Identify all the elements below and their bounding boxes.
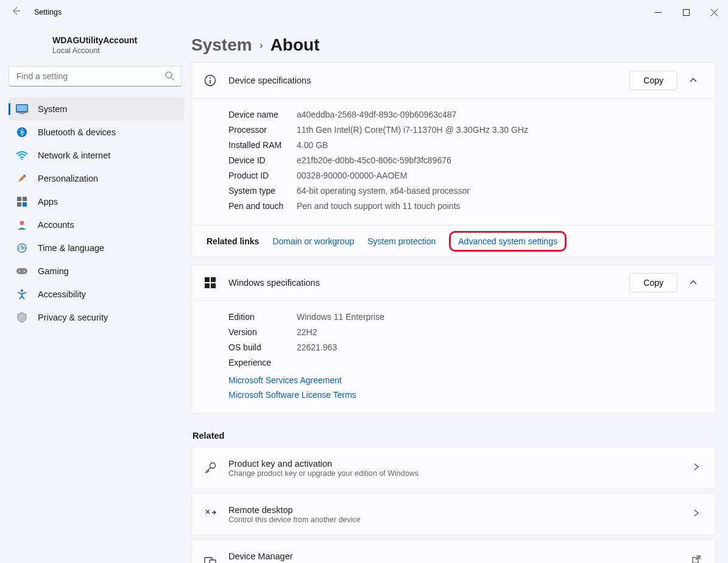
link-domain-workgroup[interactable]: Domain or workgroup <box>272 236 354 246</box>
related-sub: Change product key or upgrade your editi… <box>228 469 692 478</box>
nav-label: Apps <box>38 197 58 207</box>
spec-label: Version <box>228 325 297 340</box>
nav-item-accounts[interactable]: Accounts <box>9 213 184 236</box>
bluetooth-icon <box>16 126 28 138</box>
nav-label: System <box>38 104 67 114</box>
spec-value: 64-bit operating system, x64-based proce… <box>297 183 470 199</box>
chevron-right-icon: › <box>260 39 263 52</box>
nav-label: Bluetooth & devices <box>38 127 116 137</box>
spec-label: Processor <box>228 122 297 138</box>
copy-button[interactable]: Copy <box>629 71 677 90</box>
svg-point-13 <box>19 271 20 272</box>
window-title: Settings <box>34 8 62 16</box>
nav-list: System Bluetooth & devices Network & int… <box>9 97 184 329</box>
breadcrumb: System › About <box>191 35 716 55</box>
accessibility-icon <box>16 288 28 300</box>
svg-point-5 <box>21 158 23 160</box>
nav-item-system[interactable]: System <box>9 97 184 121</box>
svg-rect-0 <box>683 9 689 15</box>
svg-rect-9 <box>23 202 27 207</box>
windows-icon <box>203 275 217 290</box>
minimize-button[interactable] <box>644 2 672 22</box>
nav-item-gaming[interactable]: Gaming <box>9 260 184 283</box>
device-specifications-card: Device specifications Copy Device namea4… <box>191 62 716 257</box>
nav-label: Privacy & security <box>38 313 108 322</box>
nav-item-accessibility[interactable]: Accessibility <box>9 283 184 306</box>
search-icon <box>164 71 174 83</box>
nav-label: Gaming <box>38 266 69 276</box>
spec-value: 11th Gen Intel(R) Core(TM) i7-11370H @ 3… <box>297 122 528 138</box>
svg-point-14 <box>24 271 25 272</box>
wifi-icon <box>16 149 28 161</box>
nav-item-bluetooth[interactable]: Bluetooth & devices <box>9 121 184 144</box>
related-title: Device Manager <box>228 551 692 561</box>
svg-rect-18 <box>205 277 210 282</box>
spec-label: Edition <box>228 310 297 325</box>
link-ms-services-agreement[interactable]: Microsoft Services Agreement <box>228 373 701 388</box>
nav-item-personalization[interactable]: Personalization <box>9 167 184 190</box>
link-advanced-system-settings[interactable]: Advanced system settings <box>458 236 557 246</box>
spec-label: Experience <box>228 355 297 370</box>
spec-label: OS build <box>228 340 297 355</box>
spec-value: e21fb20e-d0bb-45c0-806c-59bf3fc89676 <box>297 153 451 168</box>
svg-rect-19 <box>211 277 216 282</box>
spec-value: a40eddba-2568-49df-893c-09b60963c487 <box>297 107 456 122</box>
person-icon <box>16 219 28 231</box>
card-header: Device specifications Copy <box>192 63 715 98</box>
related-card-device-manager[interactable]: Device Manager Printer and other drivers… <box>191 539 716 563</box>
system-icon <box>16 103 28 115</box>
maximize-button[interactable] <box>672 2 700 22</box>
related-card-activation[interactable]: Product key and activation Change produc… <box>191 447 716 489</box>
account-block[interactable]: WDAGUtilityAccount Local Account <box>9 30 184 66</box>
link-ms-license-terms[interactable]: Microsoft Software License Terms <box>228 388 701 402</box>
search-wrapper <box>9 66 182 87</box>
page-title: About <box>270 35 320 55</box>
chevron-right-icon <box>692 509 701 520</box>
svg-rect-21 <box>211 283 216 288</box>
related-card-remote-desktop[interactable]: Remote desktop Control this device from … <box>191 493 716 536</box>
svg-rect-8 <box>17 202 21 207</box>
svg-point-1 <box>166 72 172 78</box>
close-button[interactable] <box>700 2 728 22</box>
spec-label: Pen and touch <box>228 199 297 214</box>
nav-label: Personalization <box>38 174 98 183</box>
svg-rect-12 <box>16 268 27 274</box>
svg-rect-3 <box>17 105 27 112</box>
info-icon <box>203 73 217 88</box>
card-header: Windows specifications Copy <box>192 265 715 300</box>
related-links-row: Related links Domain or workgroup System… <box>192 225 715 257</box>
titlebar: Settings <box>0 0 728 24</box>
svg-rect-7 <box>23 197 27 201</box>
remote-icon <box>203 507 217 522</box>
svg-point-17 <box>210 77 211 79</box>
nav-label: Accessibility <box>38 289 86 299</box>
nav-item-privacy[interactable]: Privacy & security <box>9 306 184 329</box>
spec-value: 00328-90000-00000-AAOEM <box>297 168 407 183</box>
spec-value: Pen and touch support with 11 touch poin… <box>297 199 461 214</box>
related-sub: Control this device from another device <box>228 515 692 524</box>
windows-spec-title: Windows specifications <box>228 278 629 288</box>
nav-item-network[interactable]: Network & internet <box>9 144 184 167</box>
key-icon <box>203 461 217 475</box>
shield-icon <box>16 311 28 324</box>
spec-value: Windows 11 Enterprise <box>297 310 384 325</box>
nav-item-apps[interactable]: Apps <box>9 190 184 213</box>
back-button[interactable] <box>10 6 22 18</box>
collapse-button[interactable] <box>686 275 701 290</box>
breadcrumb-parent[interactable]: System <box>191 35 252 55</box>
link-system-protection[interactable]: System protection <box>367 236 436 246</box>
copy-button[interactable]: Copy <box>629 273 677 292</box>
collapse-button[interactable] <box>686 73 701 88</box>
device-spec-body: Device namea40eddba-2568-49df-893c-09b60… <box>192 98 715 225</box>
svg-rect-24 <box>210 560 216 563</box>
spec-label: System type <box>228 183 297 199</box>
spec-label: Device name <box>228 107 297 122</box>
spec-label: Product ID <box>228 168 297 183</box>
search-input[interactable] <box>9 66 182 87</box>
account-name: WDAGUtilityAccount <box>52 35 182 45</box>
external-link-icon <box>692 555 701 563</box>
nav-item-time[interactable]: Time & language <box>9 236 184 260</box>
nav-label: Network & internet <box>38 150 110 160</box>
windows-specifications-card: Windows specifications Copy EditionWindo… <box>191 264 716 414</box>
sidebar: WDAGUtilityAccount Local Account System … <box>0 24 189 563</box>
